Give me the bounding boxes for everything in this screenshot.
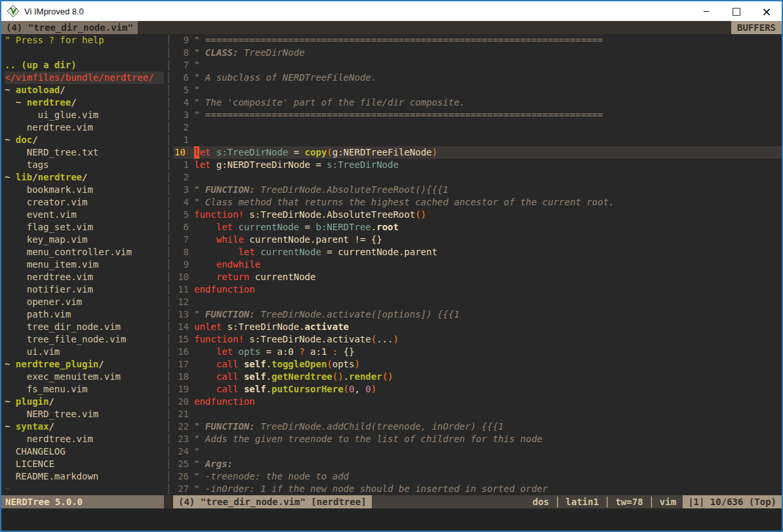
tree-item[interactable]: LICENCE	[5, 458, 164, 470]
code-line[interactable]: 20endfunction	[173, 396, 782, 408]
text-segment: key_map.vim	[5, 234, 87, 246]
tree-item[interactable]: exec_menuitem.vim	[5, 371, 164, 383]
tree-item[interactable]: tree_dir_node.vim	[5, 321, 164, 333]
tree-item[interactable]: event.vim	[5, 209, 164, 221]
tree-item[interactable]: path.vim	[5, 308, 164, 321]
code-line[interactable]: 7"	[173, 59, 782, 72]
tree-item[interactable]: ui.vim	[5, 346, 164, 358]
tree-item[interactable]: ~ autoload/	[5, 84, 164, 96]
text-segment	[194, 246, 238, 258]
text-segment	[194, 234, 216, 246]
tree-item[interactable]: nerdtree.vim	[5, 271, 164, 283]
close-button[interactable]: ×	[752, 1, 782, 21]
minimize-button[interactable]: ─	[691, 1, 721, 21]
code-line[interactable]: 24"	[173, 445, 782, 458]
code-line[interactable]: 26" -treenode: the node to add	[173, 470, 782, 483]
code-line[interactable]: 14unlet s:TreeDirNode.activate	[173, 321, 782, 333]
code-line[interactable]: 6" A subclass of NERDTreeFileNode.	[173, 72, 782, 84]
text-segment: lib	[16, 171, 32, 184]
code-line[interactable]: 3" =====================================…	[173, 109, 782, 121]
tree-item[interactable]: notifier.vim	[5, 283, 164, 296]
code-line[interactable]: 4" Class method that returns the highest…	[173, 196, 782, 209]
editor-pane[interactable]: 9" =====================================…	[173, 34, 782, 495]
tree-item[interactable]: tags	[5, 159, 164, 171]
tree-item[interactable]: CHANGELOG	[5, 445, 164, 458]
tree-item[interactable]: flag_set.vim	[5, 221, 164, 234]
code-line[interactable]: 2	[173, 171, 782, 184]
nerdtree-pane[interactable]: " Press ? for help.. (up a dir)</vimfile…	[1, 34, 164, 495]
tree-item[interactable]: </vimfiles/bundle/nerdtree/	[5, 72, 164, 84]
code-line[interactable]: 8" CLASS: TreeDirNode	[173, 47, 782, 59]
tree-item[interactable]: fs_menu.vim	[5, 383, 164, 396]
code-line[interactable]: 17 call self.toggleOpen(opts)	[173, 358, 782, 371]
tree-item[interactable]: creator.vim	[5, 196, 164, 209]
code-line[interactable]: 16 let opts = a:0 ? a:1 : {}	[173, 346, 782, 358]
text-segment: endfunction	[194, 283, 255, 296]
code-line[interactable]: 7 while currentNode.parent != {}	[173, 234, 782, 246]
code-line[interactable]: 1	[173, 134, 782, 146]
tree-item[interactable]: ~ plugin/	[5, 396, 164, 408]
code-line[interactable]: 3" FUNCTION: TreeDirNode.AbsoluteTreeRoo…	[173, 184, 782, 196]
code-line[interactable]: 23" Adds the given treenode to the list …	[173, 433, 782, 445]
code-line[interactable]: 22" FUNCTION: TreeDirNode.addChild(treen…	[173, 420, 782, 433]
tree-item[interactable]: key_map.vim	[5, 234, 164, 246]
code-line[interactable]: 9" =====================================…	[173, 34, 782, 47]
text-segment: {}	[338, 346, 354, 358]
tree-item[interactable]: nerdtree.vim	[5, 121, 164, 134]
tree-item[interactable]	[5, 47, 164, 59]
tree-item[interactable]: README.markdown	[5, 470, 164, 483]
tree-item[interactable]: NERD_tree.txt	[5, 146, 164, 159]
code-line[interactable]: 1let g:NERDTreeDirNode = s:TreeDirNode	[173, 159, 782, 171]
tree-item[interactable]: menu_controller.vim	[5, 246, 164, 258]
text-segment: g:NERDTreeDirNode =	[211, 159, 327, 171]
code-line[interactable]: 11endfunction	[173, 283, 782, 296]
code-line[interactable]: 15function! s:TreeDirNode.activate(...)	[173, 333, 782, 346]
code-line[interactable]: 5function! s:TreeDirNode.AbsoluteTreeRoo…	[173, 209, 782, 221]
command-line[interactable]	[1, 508, 782, 531]
code-line[interactable]: 21	[173, 408, 782, 420]
code-line[interactable]: 10let s:TreeDirNode = copy(g:NERDTreeFil…	[173, 146, 782, 159]
code-line[interactable]: 10 return currentNode	[173, 271, 782, 283]
tree-item[interactable]: ui_glue.vim	[5, 109, 164, 121]
code-line[interactable]: 6 let currentNode = b:NERDTree.root	[173, 221, 782, 234]
tree-item[interactable]: ~	[5, 483, 164, 495]
tree-item[interactable]: bookmark.vim	[5, 184, 164, 196]
text-segment: ~	[5, 396, 16, 408]
maximize-button[interactable]: □	[721, 1, 752, 21]
tree-item[interactable]: tree_file_node.vim	[5, 333, 164, 346]
tree-item[interactable]: ~ doc/	[5, 134, 164, 146]
text-segment: " -treenode: the node to add	[194, 470, 349, 483]
code-line[interactable]: 4" The 'composite' part of the file/dir …	[173, 96, 782, 109]
line-number: 2	[173, 171, 189, 184]
tree-item[interactable]: opener.vim	[5, 296, 164, 308]
code-line[interactable]: 2	[173, 121, 782, 134]
tree-item[interactable]: " Press ? for help	[5, 34, 164, 47]
buffer-tab[interactable]: (4) "tree_dir_node.vim"	[1, 21, 138, 34]
tree-item[interactable]: nerdtree.vim	[5, 433, 164, 445]
code-line[interactable]: 5"	[173, 84, 782, 96]
tree-item[interactable]: ~ syntax/	[5, 420, 164, 433]
tree-item[interactable]: ~ lib/nerdtree/	[5, 171, 164, 184]
window-vertical-separator[interactable]: │ │ │ │ │ │ │ │ │ │ │ │ │ │ │ │ │ │ │ │ …	[164, 34, 173, 495]
code-line[interactable]: 9 endwhile	[173, 258, 782, 271]
text-segment: " ======================================…	[194, 109, 603, 121]
code-line[interactable]: 8 let currentNode = currentNode.parent	[173, 246, 782, 258]
tree-item[interactable]: ~ nerdtree_plugin/	[5, 358, 164, 371]
code-line[interactable]: 19 call self.putCursorHere(0, 0)	[173, 383, 782, 396]
tree-item[interactable]: .. (up a dir)	[5, 59, 164, 72]
code-line[interactable]: 27" -inOrder: 1 if the new node should b…	[173, 483, 782, 495]
tree-item[interactable]: NERD_tree.vim	[5, 408, 164, 420]
tree-item[interactable]: menu_item.vim	[5, 258, 164, 271]
tree-item[interactable]: ~ nerdtree/	[5, 96, 164, 109]
code-line[interactable]: 12	[173, 296, 782, 308]
text-segment: CLASS:	[205, 47, 239, 59]
code-line[interactable]: 13" FUNCTION: TreeDirNode.activate([opti…	[173, 308, 782, 321]
vim-logo-icon	[7, 5, 20, 18]
code-line[interactable]: 18 call self.getNerdtree().render()	[173, 371, 782, 383]
text-segment: et	[199, 146, 211, 159]
text-segment: currentNode	[260, 246, 321, 258]
text-segment: ui_glue.vim	[5, 109, 98, 121]
code-line[interactable]: 25" Args:	[173, 458, 782, 470]
title-bar[interactable]: Vi IMproved 8.0 ─ □ ×	[1, 1, 782, 21]
line-number: 19	[173, 383, 189, 396]
